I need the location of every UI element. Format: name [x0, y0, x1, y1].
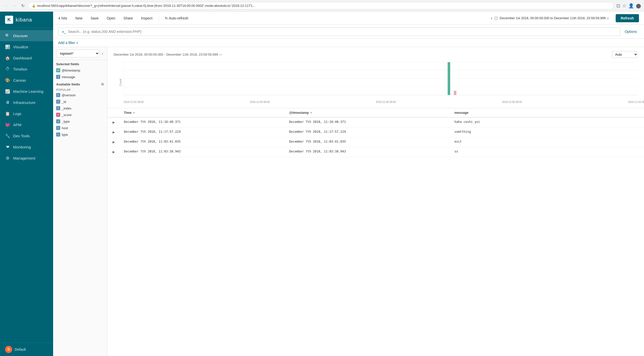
chart-header: December 1st 2018, 00:00:00.000 - Decemb…: [114, 51, 638, 58]
row-1-timestamp: December 7th 2018, 11:18:40.371: [285, 117, 450, 127]
sidebar-item-label: Infrastructure: [13, 100, 35, 105]
plus-icon: +: [76, 41, 78, 45]
options-button[interactable]: Options: [623, 29, 639, 35]
field-type-text-icon: t: [56, 126, 60, 130]
index-selector: logstash* ‹: [53, 47, 107, 60]
new-button[interactable]: New: [73, 15, 84, 22]
x-label-3: 2018-12-06 08:00: [376, 101, 396, 108]
inspect-button[interactable]: Inspect: [139, 15, 154, 22]
results-table-wrap[interactable]: Time ▼ @timestamp ▼: [108, 108, 644, 356]
field-section: Selected fields ⊙ @timestamp t message A…: [53, 60, 107, 356]
extension-btn[interactable]: ⬤: [636, 3, 641, 9]
hits-count: 4 hits: [58, 16, 67, 20]
sidebar-item-logs[interactable]: 📋 Logs: [0, 108, 53, 119]
sidebar-item-label: Dev Tools: [13, 134, 30, 138]
auto-refresh-button[interactable]: ↻ Auto-refresh: [163, 15, 190, 22]
expand-row-2-button[interactable]: ▶: [112, 130, 116, 135]
time-prev-button[interactable]: ‹: [491, 16, 492, 20]
lock-icon: 🔒: [32, 4, 36, 8]
sidebar-item-management[interactable]: ⚙ Management: [0, 152, 53, 164]
sidebar-item-label: Logs: [13, 112, 22, 116]
selected-field-timestamp[interactable]: ⊙ @timestamp: [53, 67, 107, 74]
browser-back-btn[interactable]: ←: [3, 3, 9, 9]
sidebar-collapse-button[interactable]: ‹: [101, 50, 104, 57]
row-2-time: December 7th 2018, 11:17:57.224: [120, 127, 285, 137]
expand-row-1-button[interactable]: ▶: [112, 120, 116, 125]
kibana-icon: K: [5, 16, 13, 24]
field-name: _id: [62, 100, 66, 104]
timestamp-column-header[interactable]: @timestamp ▼: [285, 108, 450, 117]
add-filter-button[interactable]: Add a filter +: [58, 41, 78, 45]
row-4-time: December 7th 2018, 11:03:38.943: [120, 147, 285, 157]
timestamp-sort-icon: ▼: [310, 111, 313, 114]
field-name: host: [62, 126, 68, 130]
apm-icon: 💓: [5, 122, 10, 127]
chart-x-labels: 2018-12-02 08:00 2018-12-04 08:00 2018-1…: [124, 101, 644, 108]
available-field-index[interactable]: t _index: [53, 105, 107, 112]
available-field-type-field[interactable]: t _type: [53, 118, 107, 125]
field-name: _score: [62, 113, 72, 117]
row-3-time: December 7th 2018, 11:03:41.035: [120, 137, 285, 147]
field-name: type: [62, 133, 68, 137]
available-field-host[interactable]: t host: [53, 125, 107, 131]
row-2-timestamp: December 7th 2018, 11:17:57.224: [285, 127, 450, 137]
selected-field-message[interactable]: t message: [53, 74, 107, 80]
sidebar-item-infrastructure[interactable]: 🖥 Infrastructure: [0, 97, 53, 108]
sidebar-item-visualize[interactable]: 📊 Visualize: [0, 41, 53, 52]
sidebar-item-timelion[interactable]: ⏱ Timelion: [0, 63, 53, 75]
app: K kibana 🔍 Discover 📊 Visualize 🏠 Dashbo…: [0, 12, 644, 356]
chart-interval-select[interactable]: Auto Second Minute Hour Day: [612, 51, 638, 58]
table-row: ▶ December 7th 2018, 11:03:41.035 Decemb…: [108, 137, 644, 147]
refresh-button[interactable]: Refresh: [616, 14, 639, 22]
sidebar-item-discover[interactable]: 🔍 Discover: [0, 30, 53, 41]
available-field-score[interactable]: # _score: [53, 112, 107, 118]
user-menu[interactable]: D Default: [5, 346, 48, 353]
sidebar-item-monitoring[interactable]: ❤ Monitoring: [0, 141, 53, 152]
url-bar[interactable]: 🔒 localhost:5601/app/kibana#/discover?_g…: [28, 2, 614, 9]
table-body: ▶ December 7th 2018, 11:18:40.371 Decemb…: [108, 117, 644, 157]
user-avatar: D: [5, 346, 12, 353]
account-btn[interactable]: 👤: [628, 3, 634, 9]
available-field-version[interactable]: t @version: [53, 92, 107, 98]
sidebar-item-canvas[interactable]: 🎨 Canvas: [0, 75, 53, 86]
chart-wrap: Count 0 1 2 3 4: [114, 61, 638, 104]
index-pattern-select[interactable]: logstash*: [56, 50, 99, 57]
browser-reload-btn[interactable]: ↻: [20, 2, 26, 9]
management-icon: ⚙: [5, 155, 10, 161]
field-type-text-icon: t: [56, 75, 60, 79]
dashboard-icon: 🏠: [5, 55, 10, 60]
field-settings-button[interactable]: ⚙: [101, 82, 104, 86]
sidebar-item-dev-tools[interactable]: 🔧 Dev Tools: [0, 130, 53, 141]
search-input[interactable]: [68, 30, 616, 34]
cast-btn[interactable]: ⊡: [616, 3, 620, 9]
sidebar-item-dashboard[interactable]: 🏠 Dashboard: [0, 52, 53, 63]
sidebar-item-apm[interactable]: 💓 APM: [0, 119, 53, 130]
available-field-id[interactable]: t _id: [53, 98, 107, 105]
browser-actions: ⊡ ☆ 👤 ⬤: [616, 3, 641, 9]
refresh-cycle-icon: ↻: [165, 16, 168, 20]
x-label-1: 2018-12-02 08:00: [124, 101, 144, 108]
bookmark-btn[interactable]: ☆: [622, 3, 626, 9]
infrastructure-icon: 🖥: [5, 100, 10, 105]
save-button[interactable]: Save: [89, 15, 101, 22]
expand-row-4-button[interactable]: ▶: [112, 150, 116, 154]
table-row: ▶ December 7th 2018, 11:17:57.224 Decemb…: [108, 127, 644, 137]
row-3-timestamp: December 7th 2018, 11:03:41.035: [285, 137, 450, 147]
sidebar-footer: D Default: [0, 343, 53, 356]
sidebar-item-machine-learning[interactable]: 📈 Machine Learning: [0, 86, 53, 97]
time-next-button[interactable]: ›: [607, 16, 609, 20]
available-field-type[interactable]: t type: [53, 131, 107, 138]
sidebar-item-label: Timelion: [13, 67, 27, 71]
share-button[interactable]: Share: [121, 15, 135, 22]
field-type-text-icon: t: [56, 132, 60, 137]
field-name: _type: [62, 120, 70, 123]
toolbar-separator: [159, 15, 159, 21]
row-1-time: December 7th 2018, 11:18:40.371: [120, 117, 285, 127]
time-column-header[interactable]: Time ▼: [120, 108, 285, 117]
expand-row-3-button[interactable]: ▶: [112, 140, 116, 144]
teal-bar: [448, 62, 450, 95]
field-name: @version: [62, 93, 76, 97]
browser-forward-btn[interactable]: →: [12, 3, 18, 9]
open-button[interactable]: Open: [105, 15, 117, 22]
sidebar-item-label: Machine Learning: [13, 89, 43, 94]
